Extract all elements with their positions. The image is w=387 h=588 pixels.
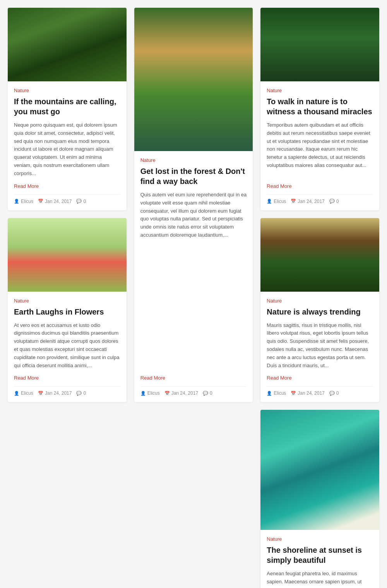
card-2-read-more[interactable]: Read More [140,375,247,381]
blog-card-6: Nature The shoreline at sunset is simply… [260,410,379,588]
author-icon-4: 👤 [14,391,19,396]
date-icon-2: 📅 [164,391,170,396]
card-1-read-more[interactable]: Read More [14,183,120,189]
card-6-title: The shoreline at sunset is simply beauti… [267,545,373,565]
card-5-date: 📅 Jan 24, 2017 [291,390,324,396]
card-2-title: Get lost in the forest & Don't find a wa… [140,166,247,186]
card-5-excerpt: Mauris sagittis, risus in tristique moll… [267,322,373,370]
card-1-meta: 👤 Elicus 📅 Jan 24, 2017 💬 0 [14,194,120,204]
card-2-excerpt: Quis autem vel eum iure reprehenderit qu… [140,191,247,370]
card-3-excerpt: Temporibus autem quibusdam et aut offici… [267,121,373,178]
comment-icon-4: 💬 [76,391,82,396]
card-3-title: To walk in nature is to witness a thousa… [267,96,373,117]
card-6-category: Nature [267,536,373,542]
card-4-excerpt: At vero eos et accusamus et iusto odio d… [14,322,120,370]
card-5-author: 👤 Elicus [267,390,286,396]
card-1-title: If the mountains are calling, you must g… [14,96,120,117]
author-icon: 👤 [14,199,19,204]
card-4-author: 👤 Elicus [14,390,33,396]
card-1-excerpt: Neque porro quisquam est, qui dolorem ip… [14,121,120,178]
card-2-body: Nature Get lost in the forest & Don't fi… [134,151,253,402]
card-5-read-more[interactable]: Read More [267,375,373,381]
card-1-date: 📅 Jan 24, 2017 [38,199,72,204]
card-3-image [260,8,379,81]
card-1-author: 👤 Elicus [14,199,33,204]
date-icon: 📅 [38,199,43,204]
card-4-category: Nature [14,298,120,304]
comment-icon-2: 💬 [203,391,208,396]
card-4-title: Earth Laughs in Flowers [14,307,120,317]
card-5-meta: 👤 Elicus 📅 Jan 24, 2017 💬 0 [267,386,373,396]
card-2-meta: 👤 Elicus 📅 Jan 24, 2017 💬 0 [140,386,247,396]
card-3-body: Nature To walk in nature is to witness a… [260,81,379,210]
comment-icon-5: 💬 [329,391,335,396]
blog-card-3: Nature To walk in nature is to witness a… [260,8,379,210]
blog-card-2: Nature Get lost in the forest & Don't fi… [134,8,253,402]
card-5-image [260,218,379,292]
comment-icon: 💬 [76,199,82,204]
card-5-title: Nature is always trending [267,307,373,317]
card-3-meta: 👤 Elicus 📅 Jan 24, 2017 💬 0 [267,194,373,204]
author-icon-5: 👤 [267,391,272,396]
comment-icon-3: 💬 [329,199,335,204]
card-5-comments: 💬 0 [329,390,339,396]
card-1-body: Nature If the mountains are calling, you… [8,81,127,210]
card-3-date: 📅 Jan 24, 2017 [291,199,324,204]
card-6-excerpt: Aenean feugiat pharetra leo, id maximus … [267,570,373,588]
card-3-category: Nature [267,88,373,93]
card-4-read-more[interactable]: Read More [14,375,120,381]
card-2-category: Nature [140,157,247,163]
card-3-comments: 💬 0 [329,199,339,204]
date-icon-3: 📅 [291,199,296,204]
card-3-author: 👤 Elicus [267,199,286,204]
card-2-author: 👤 Elicus [140,390,160,396]
blog-card-5: Nature Nature is always trending Mauris … [260,218,379,402]
card-6-image [260,410,379,530]
date-icon-5: 📅 [291,391,296,396]
blog-card-1: Nature If the mountains are calling, you… [8,8,127,210]
card-1-category: Nature [14,88,120,93]
card-2-comments: 💬 0 [203,390,212,396]
card-4-comments: 💬 0 [76,390,86,396]
blog-card-4: Nature Earth Laughs in Flowers At vero e… [8,218,127,402]
blog-grid: Nature If the mountains are calling, you… [8,8,379,588]
author-icon-3: 👤 [267,199,272,204]
author-icon-2: 👤 [140,391,146,396]
card-4-image [8,218,127,292]
card-5-body: Nature Nature is always trending Mauris … [260,292,379,402]
card-2-date: 📅 Jan 24, 2017 [164,390,198,396]
card-5-category: Nature [267,298,373,304]
card-4-body: Nature Earth Laughs in Flowers At vero e… [8,292,127,402]
date-icon-4: 📅 [38,391,43,396]
card-4-date: 📅 Jan 24, 2017 [38,390,72,396]
card-2-image [134,8,253,151]
card-4-meta: 👤 Elicus 📅 Jan 24, 2017 💬 0 [14,386,120,396]
card-1-comments: 💬 0 [76,199,86,204]
card-3-read-more[interactable]: Read More [267,183,373,189]
card-6-body: Nature The shoreline at sunset is simply… [260,530,379,588]
card-1-image [8,8,127,81]
